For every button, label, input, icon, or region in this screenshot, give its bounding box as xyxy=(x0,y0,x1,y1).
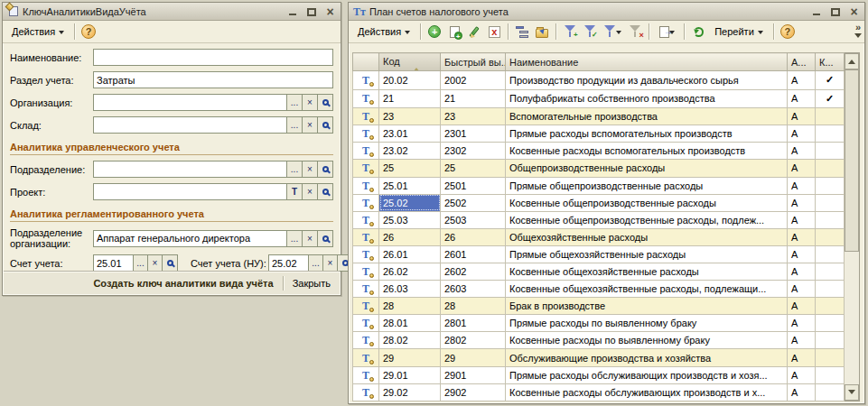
header-tax[interactable]: К... xyxy=(816,53,845,71)
account-type-cell[interactable]: Т xyxy=(353,143,379,160)
cell-tax-accounting[interactable] xyxy=(816,194,845,211)
cell-name[interactable]: Косвенные расходы по выявленному браку xyxy=(506,332,788,349)
scroll-up-button[interactable] xyxy=(845,53,859,69)
department-open-button[interactable] xyxy=(318,161,333,178)
account-type-cell[interactable]: Т xyxy=(353,281,379,298)
cell-code[interactable]: 21 xyxy=(379,89,441,108)
scroll-down-button[interactable] xyxy=(845,384,859,401)
close-button[interactable]: Закрыть xyxy=(291,276,332,291)
cell-activity[interactable]: А xyxy=(788,71,816,90)
account-type-cell[interactable]: Т xyxy=(353,245,379,263)
table-row[interactable]: Т2121Полуфабрикаты собственного производ… xyxy=(353,89,845,108)
cell-quick-select[interactable]: 25 xyxy=(441,160,506,177)
maximize-icon[interactable] xyxy=(829,5,841,17)
project-input[interactable] xyxy=(93,183,287,200)
left-titlebar[interactable]: КлючАналитикиВидаУчёта × xyxy=(3,3,341,21)
table-row[interactable]: Т29.022902Косвенные расходы обслуживающи… xyxy=(353,383,845,401)
cell-code[interactable]: 23 xyxy=(379,108,441,125)
cell-code[interactable]: 26.01 xyxy=(379,245,441,263)
cell-code[interactable]: 25 xyxy=(379,160,441,177)
cell-name[interactable]: Брак в производстве xyxy=(506,298,788,315)
cell-activity[interactable]: А xyxy=(788,281,816,298)
organization-choose-button[interactable]: ... xyxy=(287,94,303,111)
actions-button[interactable]: Действия xyxy=(352,23,415,41)
cell-code[interactable]: 29 xyxy=(379,349,441,366)
cell-tax-accounting[interactable] xyxy=(816,315,845,332)
project-open-button[interactable] xyxy=(318,183,333,200)
cell-quick-select[interactable]: 29 xyxy=(441,349,506,366)
account-type-cell[interactable]: Т xyxy=(353,194,379,211)
account-type-cell[interactable]: Т xyxy=(353,160,379,177)
name-input[interactable] xyxy=(93,49,333,66)
header-code[interactable]: Код xyxy=(379,53,441,71)
cell-code[interactable]: 23.01 xyxy=(379,125,441,143)
hierarchy-view-button[interactable] xyxy=(513,23,531,41)
account-nu-clear-button[interactable]: × xyxy=(323,254,338,272)
table-row[interactable]: Т25.032503Косвенные общепроизводственные… xyxy=(353,211,845,228)
cell-name[interactable]: Косвенные общепроизводственные расходы, … xyxy=(506,211,788,228)
cell-name[interactable]: Прямые общехозяйственные расходы xyxy=(506,245,788,263)
warehouse-input[interactable] xyxy=(93,116,287,134)
table-row[interactable]: Т26.022602Косвенные общехозяйственные ра… xyxy=(353,263,845,281)
cell-activity[interactable]: А xyxy=(788,263,816,281)
scroll-thumb[interactable] xyxy=(845,69,859,252)
table-row[interactable]: Т2525Общепроизводственные расходыА xyxy=(353,160,845,177)
cell-name[interactable]: Прямые расходы по выявленному браку xyxy=(506,315,788,332)
account-choose-button[interactable]: ... xyxy=(134,254,148,272)
cell-code[interactable]: 28 xyxy=(379,298,441,315)
cell-activity[interactable]: А xyxy=(788,383,816,401)
cell-quick-select[interactable]: 2002 xyxy=(441,71,506,90)
cell-activity[interactable]: А xyxy=(788,315,816,332)
cell-activity[interactable]: А xyxy=(788,143,816,160)
scroll-track[interactable] xyxy=(845,69,859,384)
header-activity[interactable]: А... xyxy=(788,53,816,71)
output-list-button[interactable]: → xyxy=(654,23,679,41)
cell-quick-select[interactable]: 2801 xyxy=(441,315,506,332)
cell-code[interactable]: 26 xyxy=(379,228,441,245)
project-type-button[interactable]: T xyxy=(287,183,303,200)
cell-activity[interactable]: А xyxy=(788,298,816,315)
cell-quick-select[interactable]: 2602 xyxy=(441,263,506,281)
toolbar-overflow-button[interactable]: » xyxy=(854,23,862,42)
cell-quick-select[interactable]: 2802 xyxy=(441,332,506,349)
cell-tax-accounting[interactable] xyxy=(816,228,845,245)
cell-name[interactable]: Общепроизводственные расходы xyxy=(506,160,788,177)
add-button[interactable]: + xyxy=(425,23,443,41)
cell-activity[interactable]: А xyxy=(788,366,816,383)
account-type-cell[interactable]: Т xyxy=(353,349,379,366)
help-button[interactable]: ? xyxy=(79,23,98,41)
cell-tax-accounting[interactable] xyxy=(816,245,845,263)
close-icon[interactable]: × xyxy=(848,5,860,17)
cell-activity[interactable]: А xyxy=(788,125,816,143)
filter-by-value-button[interactable]: ✓ xyxy=(581,23,599,41)
cell-code[interactable]: 26.02 xyxy=(379,263,441,281)
cell-quick-select[interactable]: 2301 xyxy=(441,125,506,143)
cell-name[interactable]: Косвенные общехозяйственные расходы, под… xyxy=(506,281,788,298)
cell-activity[interactable]: А xyxy=(788,177,816,194)
warehouse-clear-button[interactable]: × xyxy=(303,116,318,134)
account-type-cell[interactable]: Т xyxy=(353,177,379,194)
table-row[interactable]: Т28.022802Косвенные расходы по выявленно… xyxy=(353,332,845,349)
account-type-cell[interactable]: Т xyxy=(353,383,379,401)
cell-quick-select[interactable]: 2902 xyxy=(441,383,506,401)
organization-open-button[interactable] xyxy=(318,94,333,111)
account-type-cell[interactable]: Т xyxy=(353,108,379,125)
cell-name[interactable]: Косвенные общепроизводственные расходы xyxy=(506,194,788,211)
cell-code[interactable]: 20.02 xyxy=(379,71,441,90)
cell-name[interactable]: Обслуживающие производства и хозяйства xyxy=(506,349,788,366)
cell-tax-accounting[interactable] xyxy=(816,143,845,160)
account-type-cell[interactable]: Т xyxy=(353,315,379,332)
account-open-button[interactable] xyxy=(163,254,178,272)
cell-activity[interactable]: А xyxy=(788,228,816,245)
delete-button[interactable]: x xyxy=(485,23,503,41)
cell-quick-select[interactable]: 21 xyxy=(441,89,506,108)
cell-activity[interactable]: А xyxy=(788,108,816,125)
cell-name[interactable]: Производство продукции из давальческого … xyxy=(506,71,788,90)
table-row[interactable]: Т2929Обслуживающие производства и хозяйс… xyxy=(353,349,845,366)
organization-input[interactable] xyxy=(93,94,287,111)
account-type-cell[interactable]: Т xyxy=(353,332,379,349)
cell-name[interactable]: Полуфабрикаты собственного производства xyxy=(506,89,788,108)
cell-name[interactable]: Прямые расходы обслуживающих производств… xyxy=(506,366,788,383)
org-department-open-button[interactable] xyxy=(318,230,333,247)
account-type-cell[interactable]: Т xyxy=(353,228,379,245)
